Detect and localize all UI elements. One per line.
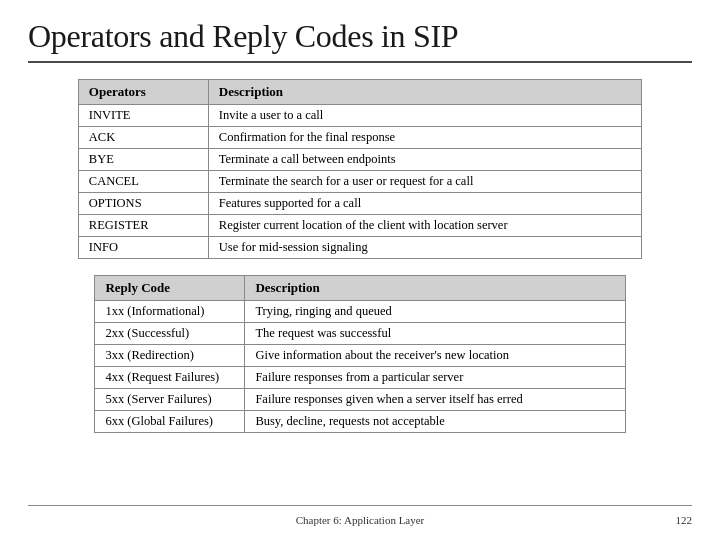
page-title: Operators and Reply Codes in SIP bbox=[28, 18, 692, 63]
table-row: INFOUse for mid-session signaling bbox=[78, 237, 641, 259]
table-row: 6xx (Global Failures)Busy, decline, requ… bbox=[95, 411, 625, 433]
reply-description-col-header: Description bbox=[245, 276, 625, 301]
operators-table: Operators Description INVITEInvite a use… bbox=[78, 79, 642, 259]
table-row: 1xx (Informational)Trying, ringing and q… bbox=[95, 301, 625, 323]
description-cell: Terminate a call between endpoints bbox=[208, 149, 641, 171]
table-row: CANCELTerminate the search for a user or… bbox=[78, 171, 641, 193]
reply-table: Reply Code Description 1xx (Informationa… bbox=[94, 275, 625, 433]
footer: Chapter 6: Application Layer 122 bbox=[28, 505, 692, 526]
operator-cell: ACK bbox=[78, 127, 208, 149]
reply-description-cell: Failure responses given when a server it… bbox=[245, 389, 625, 411]
footer-chapter: Chapter 6: Application Layer bbox=[88, 514, 632, 526]
description-cell: Features supported for a call bbox=[208, 193, 641, 215]
description-col-header: Description bbox=[208, 80, 641, 105]
reply-code-cell: 3xx (Redirection) bbox=[95, 345, 245, 367]
reply-description-cell: Busy, decline, requests not acceptable bbox=[245, 411, 625, 433]
page: Operators and Reply Codes in SIP Operato… bbox=[0, 0, 720, 540]
footer-page: 122 bbox=[632, 514, 692, 526]
reply-description-cell: Trying, ringing and queued bbox=[245, 301, 625, 323]
description-cell: Use for mid-session signaling bbox=[208, 237, 641, 259]
description-cell: Confirmation for the final response bbox=[208, 127, 641, 149]
table-row: REGISTERRegister current location of the… bbox=[78, 215, 641, 237]
table-row: 2xx (Successful)The request was successf… bbox=[95, 323, 625, 345]
operator-cell: CANCEL bbox=[78, 171, 208, 193]
table-row: 3xx (Redirection)Give information about … bbox=[95, 345, 625, 367]
operator-cell: REGISTER bbox=[78, 215, 208, 237]
reply-description-cell: The request was successful bbox=[245, 323, 625, 345]
operator-cell: OPTIONS bbox=[78, 193, 208, 215]
reply-code-cell: 1xx (Informational) bbox=[95, 301, 245, 323]
description-cell: Terminate the search for a user or reque… bbox=[208, 171, 641, 193]
operator-cell: INFO bbox=[78, 237, 208, 259]
reply-code-col-header: Reply Code bbox=[95, 276, 245, 301]
table-row: 4xx (Request Failures)Failure responses … bbox=[95, 367, 625, 389]
description-cell: Register current location of the client … bbox=[208, 215, 641, 237]
table-row: ACKConfirmation for the final response bbox=[78, 127, 641, 149]
reply-code-cell: 4xx (Request Failures) bbox=[95, 367, 245, 389]
tables-container: Operators Description INVITEInvite a use… bbox=[28, 79, 692, 505]
description-cell: Invite a user to a call bbox=[208, 105, 641, 127]
operators-col-header: Operators bbox=[78, 80, 208, 105]
table-row: INVITEInvite a user to a call bbox=[78, 105, 641, 127]
operator-cell: BYE bbox=[78, 149, 208, 171]
reply-description-cell: Failure responses from a particular serv… bbox=[245, 367, 625, 389]
reply-description-cell: Give information about the receiver's ne… bbox=[245, 345, 625, 367]
reply-code-cell: 5xx (Server Failures) bbox=[95, 389, 245, 411]
reply-code-cell: 6xx (Global Failures) bbox=[95, 411, 245, 433]
reply-code-cell: 2xx (Successful) bbox=[95, 323, 245, 345]
table-row: BYETerminate a call between endpoints bbox=[78, 149, 641, 171]
table-row: 5xx (Server Failures)Failure responses g… bbox=[95, 389, 625, 411]
table-row: OPTIONSFeatures supported for a call bbox=[78, 193, 641, 215]
operator-cell: INVITE bbox=[78, 105, 208, 127]
